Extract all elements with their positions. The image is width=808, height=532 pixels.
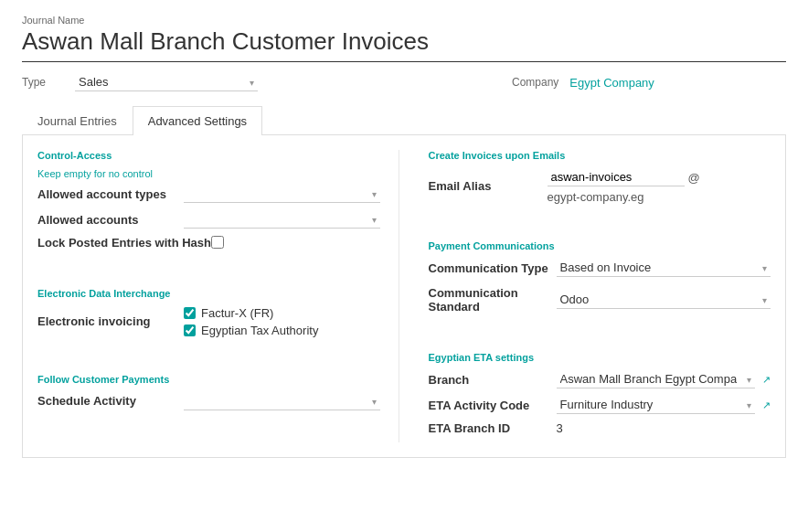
payment-comm-section: Payment Communications Communication Typ…	[429, 240, 771, 337]
company-field-group: Company Egypt Company	[512, 76, 786, 90]
type-select-wrapper: Sales ▾	[75, 73, 258, 91]
invoicing-checkboxes: Factur-X (FR) Egyptian Tax Authority	[184, 306, 318, 337]
allowed-types-wrapper: ▾	[184, 185, 380, 203]
eta-settings-section: Egyptian ETA settings Branch Aswan Mall …	[429, 352, 771, 435]
type-field-group: Type Sales ▾	[22, 73, 512, 91]
allowed-types-select[interactable]	[184, 185, 380, 203]
company-label: Company	[512, 76, 558, 89]
eta-branch-id-value: 3	[557, 421, 563, 435]
left-column: Control-Access Keep empty for no control…	[37, 150, 399, 442]
facturx-checkbox[interactable]	[184, 307, 196, 319]
follow-payments-title: Follow Customer Payments	[37, 374, 380, 385]
comm-standard-label: Communication Standard	[429, 286, 557, 314]
create-invoices-section: Create Invoices upon Emails Email Alias …	[429, 150, 771, 226]
lock-label: Lock Posted Entries with Hash	[37, 236, 211, 251]
allowed-accounts-label: Allowed accounts	[37, 213, 184, 227]
eta-label: Egyptian Tax Authority	[201, 324, 318, 337]
type-label: Type	[22, 76, 68, 89]
company-link[interactable]: Egypt Company	[569, 76, 654, 90]
comm-standard-wrapper: Odoo ▾	[557, 291, 771, 309]
electronic-invoicing-row: Electronic invoicing Factur-X (FR) Egypt…	[37, 306, 380, 337]
branch-select-row: Aswan Mall Branch Egypt Company ▾ ↗	[557, 370, 771, 388]
comm-standard-select[interactable]: Odoo	[557, 291, 771, 309]
eta-branch-id-row: ETA Branch ID 3	[429, 421, 771, 435]
create-invoices-title: Create Invoices upon Emails	[429, 150, 771, 161]
tab-advanced-settings[interactable]: Advanced Settings	[133, 106, 262, 135]
eta-activity-label: ETA Activity Code	[429, 399, 557, 412]
email-alias-label: Email Alias	[429, 179, 548, 193]
lock-checkbox[interactable]	[211, 236, 224, 249]
comm-type-label: Communication Type	[429, 261, 557, 275]
branch-wrapper: Aswan Mall Branch Egypt Company ▾	[557, 370, 756, 388]
schedule-select[interactable]	[184, 392, 380, 410]
control-access-section: Control-Access Keep empty for no control…	[37, 150, 380, 273]
type-select[interactable]: Sales	[75, 73, 258, 91]
payment-comm-title: Payment Communications	[429, 240, 771, 251]
comm-type-wrapper: Based on Invoice ▾	[557, 259, 771, 277]
journal-name-label: Journal Name	[22, 15, 786, 26]
edi-section: Electronic Data Interchange Electronic i…	[37, 288, 380, 359]
branch-label: Branch	[429, 373, 557, 387]
allowed-accounts-wrapper: ▾	[184, 210, 380, 229]
branch-external-link[interactable]: ↗	[762, 374, 771, 386]
email-alias-input[interactable]	[548, 168, 685, 186]
email-alias-row: Email Alias @ egypt-company.eg	[429, 168, 771, 204]
allowed-accounts-row: Allowed accounts ▾	[37, 210, 380, 229]
eta-settings-title: Egyptian ETA settings	[429, 352, 771, 363]
eta-activity-external-link[interactable]: ↗	[762, 399, 771, 411]
comm-type-row: Communication Type Based on Invoice ▾	[429, 259, 771, 277]
comm-type-select[interactable]: Based on Invoice	[557, 259, 771, 277]
journal-title: Aswan Mall Branch Customer Invoices	[22, 27, 786, 62]
allowed-types-row: Allowed account types ▾	[37, 185, 380, 203]
eta-checkbox[interactable]	[184, 325, 196, 336]
tab-bar: Journal Entries Advanced Settings	[22, 106, 786, 135]
eta-activity-select-row: Furniture Industry ▾ ↗	[557, 396, 771, 414]
tab-content: Control-Access Keep empty for no control…	[22, 135, 786, 458]
eta-activity-select[interactable]: Furniture Industry	[557, 396, 756, 414]
eta-activity-wrapper: Furniture Industry ▾	[557, 396, 756, 414]
facturx-item: Factur-X (FR)	[184, 306, 318, 320]
electronic-invoicing-label: Electronic invoicing	[37, 314, 184, 328]
lock-row: Lock Posted Entries with Hash	[37, 236, 380, 251]
eta-item: Egyptian Tax Authority	[184, 324, 318, 337]
schedule-label: Schedule Activity	[37, 394, 184, 408]
edi-title: Electronic Data Interchange	[37, 288, 380, 299]
allowed-accounts-select[interactable]	[184, 210, 380, 229]
schedule-wrapper: ▾	[184, 392, 380, 410]
email-alias-value-wrapper: @ egypt-company.eg	[548, 168, 700, 204]
facturx-label: Factur-X (FR)	[201, 306, 273, 320]
control-access-title: Control-Access	[37, 150, 380, 161]
eta-branch-id-label: ETA Branch ID	[429, 421, 557, 435]
at-sign: @	[688, 171, 700, 185]
follow-payments-section: Follow Customer Payments Schedule Activi…	[37, 374, 380, 410]
comm-standard-row: Communication Standard Odoo ▾	[429, 286, 771, 314]
branch-select[interactable]: Aswan Mall Branch Egypt Company	[557, 370, 756, 388]
keep-empty-hint: Keep empty for no control	[37, 168, 380, 179]
branch-row: Branch Aswan Mall Branch Egypt Company ▾…	[429, 370, 771, 388]
email-domain: egypt-company.eg	[548, 190, 700, 204]
eta-activity-row: ETA Activity Code Furniture Industry ▾ ↗	[429, 396, 771, 414]
allowed-types-label: Allowed account types	[37, 187, 184, 201]
right-column: Create Invoices upon Emails Email Alias …	[399, 150, 771, 442]
schedule-activity-row: Schedule Activity ▾	[37, 392, 380, 410]
tab-journal-entries[interactable]: Journal Entries	[22, 106, 133, 135]
